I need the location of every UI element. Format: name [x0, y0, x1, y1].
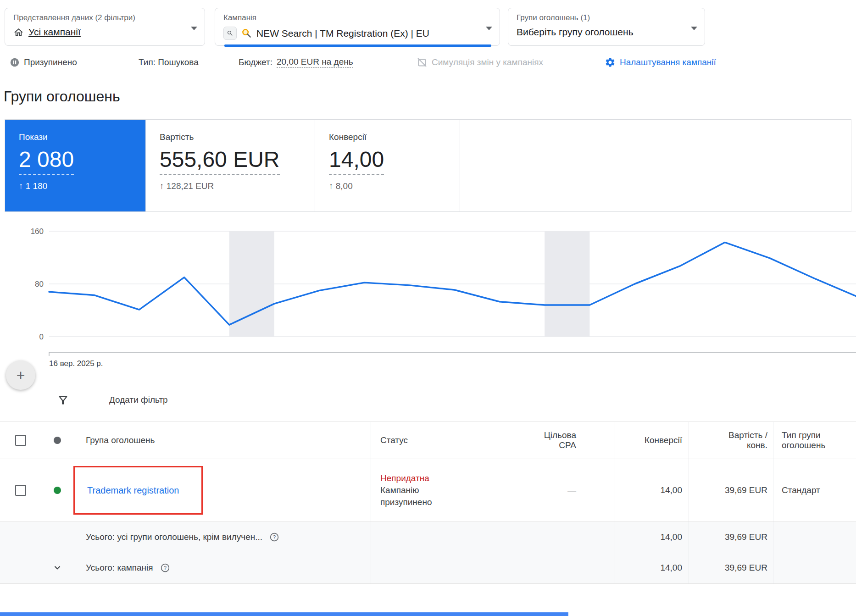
svg-text:?: ?: [273, 534, 276, 540]
performance-trend-chart: 08016016 вер. 2025 р.: [0, 220, 856, 374]
scorecard-delta: ↑ 8,00: [329, 181, 446, 191]
total-cost-per-conversion: 39,69 EUR: [689, 552, 773, 583]
row-checkbox[interactable]: [15, 485, 26, 496]
ad-groups-table: Група оголошень Статус Цільова CPA Конве…: [0, 422, 856, 584]
gear-icon: [605, 57, 616, 68]
status-dot-header-icon[interactable]: [54, 437, 61, 444]
y-tick-label: 160: [31, 227, 44, 236]
campaign-status-bar: Призупинено Тип: Пошукова Бюджет: 20,00 …: [0, 55, 856, 70]
campaign-state-label: Призупинено: [24, 57, 77, 67]
scorecards-strip: Покази 2 080 ↑ 1 180 Вартість 555,60 EUR…: [5, 119, 851, 212]
total-campaign-label: Усього: кампанія: [86, 563, 153, 573]
table-header-row: Група оголошень Статус Цільова CPA Конве…: [0, 422, 856, 459]
header-ad-group[interactable]: Група оголошень: [73, 422, 371, 459]
cell-cost-per-conversion: 39,69 EUR: [689, 459, 773, 522]
select-all-checkbox[interactable]: [15, 435, 26, 446]
add-filter-button[interactable]: Додати фільтр: [109, 395, 168, 405]
status-not-eligible: Непридатна: [380, 472, 449, 484]
chevron-down-icon: [691, 27, 697, 30]
scorecard-value: 14,00: [329, 147, 446, 175]
header-ad-group-type[interactable]: Тип групи оголошень: [773, 422, 856, 459]
cell-conversions: 14,00: [615, 459, 689, 522]
scorecard-delta: ↑ 128,21 EUR: [160, 181, 301, 191]
chevron-down-icon: [191, 27, 197, 30]
svg-text:?: ?: [164, 565, 167, 571]
page-title: Групи оголошень: [4, 88, 120, 105]
ad-group-link[interactable]: Trademark registration: [87, 485, 179, 496]
scorecard-value: 2 080: [19, 147, 132, 175]
x-axis-date-label: 16 вер. 2025 р.: [49, 359, 103, 368]
help-icon[interactable]: ?: [270, 533, 279, 542]
header-conversions[interactable]: Конверсії: [615, 422, 689, 459]
scorecard-label: Покази: [19, 132, 132, 142]
header-status[interactable]: Статус: [371, 422, 503, 459]
campaign-type-label: Тип: Пошукова: [139, 57, 199, 67]
campaign-value: NEW Search | TM Registration (Ex) | EU: [256, 28, 429, 39]
scorecard-value: 555,60 EUR: [160, 147, 301, 175]
budget-value[interactable]: 20,00 EUR на день: [277, 57, 353, 68]
campaign-budget: Бюджет: 20,00 EUR на день: [239, 55, 353, 70]
scorecard-label: Конверсії: [329, 132, 446, 142]
total-cost-per-conversion: 39,69 EUR: [689, 522, 773, 552]
scorecard-conversions[interactable]: Конверсії 14,00 ↑ 8,00: [315, 120, 460, 211]
trend-chart-svg: 08016016 вер. 2025 р.: [0, 220, 856, 374]
annotation-red-box: Trademark registration: [73, 466, 203, 515]
data-view-picker[interactable]: Представлення даних (2 фільтри) Усі камп…: [5, 8, 205, 46]
cell-target-cpa: —: [503, 459, 615, 522]
chevron-down-icon: [486, 27, 492, 30]
chevron-down-icon[interactable]: [52, 563, 62, 573]
campaign-picker[interactable]: Кампанія NEW Search | TM Registration (E…: [215, 8, 500, 46]
campaign-label: Кампанія: [223, 13, 491, 22]
filter-bar: Додати фільтр: [0, 391, 856, 409]
data-view-label: Представлення даних (2 фільтри): [13, 13, 196, 22]
table-row: Trademark registration Непридатна Кампан…: [0, 459, 856, 522]
campaign-settings-link[interactable]: Налаштування кампанії: [605, 55, 716, 70]
budget-label: Бюджет:: [239, 57, 272, 67]
scorecard-impressions[interactable]: Покази 2 080 ↑ 1 180: [5, 120, 145, 211]
header-cost-per-conversion[interactable]: Вартість / конв.: [689, 422, 773, 459]
pause-icon: [10, 57, 20, 67]
scorecard-cost[interactable]: Вартість 555,60 EUR ↑ 128,21 EUR: [145, 120, 315, 211]
magnifier-icon: [241, 28, 252, 39]
status-detail: Кампанію призупинено: [380, 484, 449, 508]
search-campaign-type-icon: [223, 27, 237, 40]
total-campaign-row: Усього: кампанія ? 14,00 39,69 EUR: [0, 552, 856, 584]
campaign-settings-label: Налаштування кампанії: [620, 57, 716, 67]
scorecard-label: Вартість: [160, 132, 301, 142]
total-conversions: 14,00: [615, 522, 689, 552]
simulate-changes-label: Симуляція змін у кампаніях: [432, 57, 543, 67]
enabled-status-dot-icon[interactable]: [54, 487, 61, 494]
add-fab-button[interactable]: +: [6, 361, 35, 390]
simulation-disabled-icon: [417, 57, 428, 68]
total-all-label: Усього: усі групи оголошень, крім вилуче…: [86, 532, 262, 542]
bottom-blue-bar: [0, 612, 568, 616]
ad-group-label: Групи оголошень (1): [517, 13, 696, 22]
cell-ad-group-type: Стандарт: [773, 459, 856, 522]
y-tick-label: 0: [39, 333, 44, 341]
ad-group-value: Виберіть групу оголошень: [517, 27, 634, 38]
home-icon: [13, 27, 24, 38]
data-view-value: Усі кампанії: [28, 27, 81, 38]
header-target-cpa[interactable]: Цільова CPA: [503, 422, 615, 459]
campaign-state: Призупинено: [10, 55, 77, 70]
plus-icon: +: [17, 367, 25, 384]
ad-group-picker[interactable]: Групи оголошень (1) Виберіть групу оголо…: [508, 8, 705, 46]
help-icon[interactable]: ?: [161, 563, 170, 572]
campaign-type: Тип: Пошукова: [139, 55, 199, 70]
simulate-changes-button[interactable]: Симуляція змін у кампаніях: [417, 55, 543, 70]
total-all-ad-groups-row: Усього: усі групи оголошень, крім вилуче…: [0, 522, 856, 552]
filter-funnel-icon[interactable]: [57, 394, 69, 406]
scorecard-delta: ↑ 1 180: [19, 181, 132, 191]
scorecard-empty-area: [460, 120, 851, 211]
total-conversions: 14,00: [615, 552, 689, 583]
y-tick-label: 80: [35, 280, 44, 289]
